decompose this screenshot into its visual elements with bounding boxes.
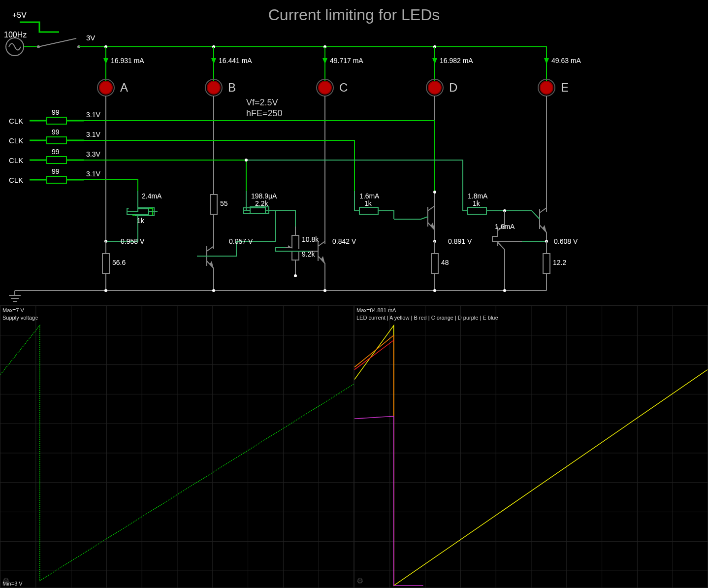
led-c-current: 49.717 mA xyxy=(330,57,363,65)
b-vnode: 0.057 V xyxy=(229,237,253,245)
svg-rect-45 xyxy=(431,254,438,273)
e-re: 12.2 xyxy=(553,259,566,266)
svg-rect-46 xyxy=(468,207,486,214)
svg-rect-24 xyxy=(47,137,66,144)
b-rcoll: 55 xyxy=(220,199,228,207)
a-re: 56.6 xyxy=(112,259,126,266)
a-rbase: 1k xyxy=(137,217,144,225)
plus5v-label: +5V xyxy=(12,11,27,20)
vf-label: Vf=2.5V xyxy=(246,98,278,108)
e-vnode: 0.608 V xyxy=(554,237,578,245)
svg-point-23 xyxy=(433,191,436,194)
led-e-name: E xyxy=(561,81,569,95)
svg-point-52 xyxy=(212,289,215,292)
svg-point-1 xyxy=(37,45,40,48)
svg-rect-25 xyxy=(47,157,66,163)
a-vnode: 0.958 V xyxy=(121,237,144,245)
svg-marker-6 xyxy=(211,58,216,64)
a-ibase: 2.4mA xyxy=(142,192,161,200)
svg-rect-38 xyxy=(292,235,299,260)
led-b-current: 16.441 mA xyxy=(219,57,252,65)
clk3-r: 99 xyxy=(52,148,60,156)
c-pot-top: 10.8k xyxy=(302,235,319,243)
scope2-settings-icon[interactable]: ⚙ xyxy=(356,576,363,586)
switch-voltage: 3V xyxy=(86,33,95,42)
e-imid: 1.6mA xyxy=(495,223,515,230)
clk3-v: 3.3V xyxy=(86,150,100,158)
clk1-r: 99 xyxy=(52,108,60,116)
svg-point-26 xyxy=(245,159,248,162)
led-a-current: 16.931 mA xyxy=(111,57,144,65)
svg-point-20 xyxy=(540,81,553,94)
clk1-v: 3.1V xyxy=(86,111,100,119)
d-re: 48 xyxy=(441,259,449,266)
led-e-current: 49.63 mA xyxy=(551,57,581,65)
svg-point-54 xyxy=(433,289,436,292)
hfe-label: hFE=250 xyxy=(246,108,283,119)
clk3-label: CLK xyxy=(9,156,23,164)
svg-rect-34 xyxy=(210,195,217,214)
circuit-schematic[interactable]: Current limiting for LEDs xyxy=(0,0,708,305)
svg-point-51 xyxy=(104,289,107,292)
oscilloscope-panel: Max=7 V Supply voltage Min=3 V ⚙ Max=84.… xyxy=(0,305,708,588)
led-d-name: D xyxy=(449,81,457,95)
c-vnode: 0.842 V xyxy=(332,237,356,245)
d-rbase: 1k xyxy=(364,199,372,207)
svg-point-53 xyxy=(323,289,326,292)
svg-rect-33 xyxy=(102,254,109,273)
clk1-label: CLK xyxy=(9,117,23,125)
svg-point-14 xyxy=(207,81,220,94)
svg-marker-4 xyxy=(103,58,108,64)
svg-rect-50 xyxy=(543,254,550,273)
freq-label: 100Hz xyxy=(4,31,27,39)
svg-marker-8 xyxy=(322,58,327,64)
svg-point-16 xyxy=(319,81,331,94)
clk4-v: 3.1V xyxy=(86,170,100,178)
svg-point-18 xyxy=(428,81,441,94)
svg-point-55 xyxy=(503,289,506,292)
led-b-name: B xyxy=(228,81,236,95)
clk4-r: 99 xyxy=(52,167,60,175)
clk2-r: 99 xyxy=(52,128,60,136)
svg-point-39 xyxy=(294,274,297,277)
svg-marker-10 xyxy=(432,58,437,64)
led-a-name: A xyxy=(120,81,128,95)
c-pot-bot: 9.2k xyxy=(302,250,315,258)
scope1-plot xyxy=(0,306,354,588)
clk2-v: 3.1V xyxy=(86,131,100,138)
led-c-name: C xyxy=(339,81,348,95)
led-d-current: 16.982 mA xyxy=(440,57,473,65)
scope2-plot xyxy=(354,306,708,588)
clk4-label: CLK xyxy=(9,176,23,184)
scope1-settings-icon[interactable]: ⚙ xyxy=(2,576,9,586)
b-rb: 2.2k xyxy=(255,199,268,207)
svg-rect-27 xyxy=(47,176,66,183)
svg-point-12 xyxy=(99,81,112,94)
scope-supply-voltage[interactable]: Max=7 V Supply voltage Min=3 V ⚙ xyxy=(0,305,354,588)
clk2-label: CLK xyxy=(9,136,23,145)
e-ibase: 1.8mA xyxy=(468,192,487,200)
schematic-svg xyxy=(0,0,708,305)
scope-led-current[interactable]: Max=84.881 mA LED current | A yellow | B… xyxy=(354,305,708,588)
e-rbase: 1k xyxy=(473,199,480,207)
b-ib: 198.9µA xyxy=(251,192,277,200)
svg-marker-11 xyxy=(544,58,549,64)
svg-rect-42 xyxy=(359,207,378,214)
d-ibase: 1.6mA xyxy=(359,192,379,200)
d-vnode: 0.891 V xyxy=(448,237,472,245)
svg-rect-22 xyxy=(47,117,66,124)
